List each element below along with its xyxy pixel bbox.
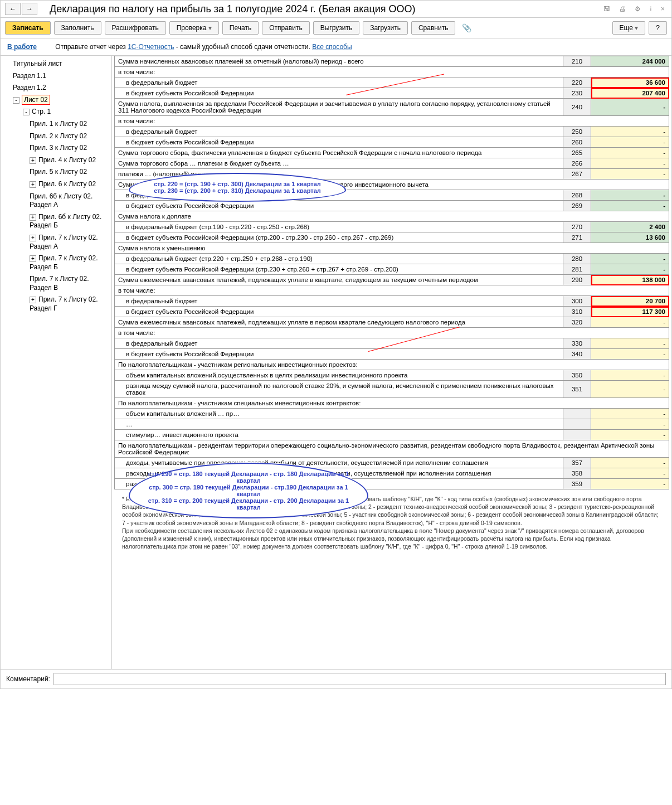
tree-item-16[interactable]: +Прил. 7 к Листу 02. Раздел Г — [1, 294, 111, 314]
tree-item-4[interactable]: -Стр. 1 — [1, 106, 111, 118]
value-cell[interactable]: 2 400 — [591, 222, 669, 232]
upload-button[interactable]: Выгрузить — [313, 21, 360, 35]
tree-item-6[interactable]: Прил. 2 к Листу 02 — [1, 130, 111, 143]
desc-cell: в бюджет субъекта Российской Федерации — [115, 349, 563, 360]
close-icon[interactable]: × — [659, 4, 667, 14]
tree-toggle-icon[interactable]: + — [30, 235, 36, 241]
table-row: в том числе: — [115, 328, 669, 338]
tree-item-8[interactable]: +Прил. 4 к Листу 02 — [1, 154, 111, 167]
decode-button[interactable]: Расшифровать — [105, 21, 166, 35]
code-cell: 357 — [563, 458, 591, 468]
more-button[interactable]: Еще — [612, 21, 646, 35]
print-button[interactable]: Печать — [222, 21, 259, 35]
value-cell[interactable]: - — [591, 381, 669, 398]
tree-item-12[interactable]: +Прил. 6б к Листу 02. Раздел Б — [1, 211, 111, 232]
value-cell[interactable]: 138 000 — [591, 275, 669, 285]
tree-item-14[interactable]: +Прил. 7 к Листу 02. Раздел Б — [1, 253, 111, 273]
nav-back-button[interactable]: ← — [5, 3, 21, 15]
info-text-2: - самый удобный способ сдачи отчетности. — [174, 43, 312, 51]
tree-label: Прил. 6б к Листу 02. Раздел А — [30, 192, 92, 209]
tree-item-9[interactable]: Прил. 5 к Листу 02 — [1, 166, 111, 178]
value-cell[interactable]: - — [591, 264, 669, 275]
tree-item-10[interactable]: +Прил. 6 к Листу 02 — [1, 178, 111, 191]
value-cell[interactable]: - — [591, 158, 669, 169]
attach-icon[interactable]: 📎 — [459, 22, 475, 33]
value-cell[interactable]: - — [591, 148, 669, 158]
link-1c-report[interactable]: 1С-Отчетность — [128, 43, 174, 51]
print-icon[interactable]: 🖨 — [617, 4, 628, 14]
nav-forward-button[interactable]: → — [22, 3, 37, 15]
tree-toggle-icon[interactable]: + — [30, 181, 36, 188]
code-cell: 267 — [563, 169, 591, 180]
desc-cell: в бюджет субъекта Российской Федерации — [115, 88, 563, 99]
code-cell: 250 — [563, 127, 591, 137]
value-cell[interactable]: 36 600 — [591, 77, 669, 88]
value-cell[interactable]: 244 000 — [591, 56, 669, 67]
record-button[interactable]: Записать — [5, 21, 51, 35]
value-cell[interactable]: - — [591, 370, 669, 381]
value-cell[interactable]: - — [591, 409, 669, 419]
value-cell[interactable]: - — [591, 479, 669, 489]
value-cell[interactable]: 13 600 — [591, 232, 669, 243]
tree-toggle-icon[interactable]: + — [30, 214, 36, 221]
table-row: Сумма начисленных авансовых платежей за … — [115, 56, 669, 67]
table-row: Сумма ежемесячных авансовых платежей, по… — [115, 275, 669, 285]
value-cell[interactable]: 117 300 — [591, 307, 669, 317]
value-cell[interactable]: - — [591, 458, 669, 468]
tree-item-5[interactable]: Прил. 1 к Листу 02 — [1, 118, 111, 130]
value-cell[interactable]: - — [591, 419, 669, 430]
check-button[interactable]: Проверка — [169, 21, 219, 35]
tree-item-15[interactable]: Прил. 7 к Листу 02. Раздел В — [1, 273, 111, 294]
value-cell[interactable]: - — [591, 137, 669, 148]
tree-item-1[interactable]: Раздел 1.1 — [1, 70, 111, 83]
expand-icon[interactable]: ⁞ — [647, 4, 654, 14]
tree-item-7[interactable]: Прил. 3 к Листу 02 — [1, 142, 111, 154]
value-cell[interactable]: - — [591, 468, 669, 479]
compare-button[interactable]: Сравнить — [411, 21, 455, 35]
table-row: Сумма торгового сбора … платежи в бюджет… — [115, 158, 669, 169]
tree-item-13[interactable]: +Прил. 7 к Листу 02. Раздел А — [1, 232, 111, 253]
tree-item-11[interactable]: Прил. 6б к Листу 02. Раздел А — [1, 191, 111, 211]
tree-item-2[interactable]: Раздел 1.2 — [1, 82, 111, 94]
toolbar: Записать Заполнить Расшифровать Проверка… — [1, 18, 671, 38]
settings-icon[interactable]: ⚙ — [632, 4, 643, 14]
declaration-table: Сумма начисленных авансовых платежей за … — [114, 56, 669, 489]
code-cell: 358 — [563, 468, 591, 479]
code-cell: 260 — [563, 137, 591, 148]
value-cell[interactable]: - — [591, 338, 669, 349]
tree-toggle-icon[interactable]: + — [30, 157, 36, 164]
value-cell[interactable]: - — [591, 349, 669, 360]
comment-input[interactable] — [53, 673, 666, 685]
fill-button[interactable]: Заполнить — [54, 21, 101, 35]
tree-toggle-icon[interactable]: - — [13, 97, 20, 104]
value-cell[interactable]: - — [591, 430, 669, 440]
table-row: объем капитальных вложений … пр…- — [115, 409, 669, 419]
value-cell[interactable]: - — [591, 317, 669, 328]
value-cell[interactable]: - — [591, 169, 669, 180]
value-cell[interactable]: - — [591, 201, 669, 211]
code-cell: 340 — [563, 349, 591, 360]
value-cell[interactable]: 20 700 — [591, 296, 669, 307]
status-link[interactable]: В работе — [7, 43, 37, 51]
tree-item-3[interactable]: -Лист 02 — [1, 94, 111, 106]
code-cell: 266 — [563, 158, 591, 169]
tree-label: Лист 02 — [22, 95, 50, 105]
help-button[interactable]: ? — [649, 21, 667, 35]
table-row: Сумма налога к уменьшению — [115, 243, 669, 254]
download-button[interactable]: Загрузить — [363, 21, 408, 35]
tree-toggle-icon[interactable]: - — [23, 109, 30, 115]
link-all-methods[interactable]: Все способы — [312, 43, 352, 51]
value-cell[interactable]: - — [591, 254, 669, 264]
value-cell[interactable]: - — [591, 190, 669, 201]
tree-item-0[interactable]: Титульный лист — [1, 58, 111, 70]
table-row: в том числе: — [115, 116, 669, 127]
tree-toggle-icon[interactable]: + — [30, 297, 36, 303]
send-button[interactable]: Отправить — [262, 21, 310, 35]
desc-cell: объем капитальных вложений,осуществленны… — [115, 370, 563, 381]
table-row: По налогоплательщикам - участникам регио… — [115, 360, 669, 370]
tree-toggle-icon[interactable]: + — [30, 255, 36, 262]
value-cell[interactable]: - — [591, 99, 669, 116]
save-icon[interactable]: 🖫 — [601, 4, 612, 14]
value-cell[interactable]: - — [591, 127, 669, 137]
value-cell[interactable]: 207 400 — [591, 88, 669, 99]
